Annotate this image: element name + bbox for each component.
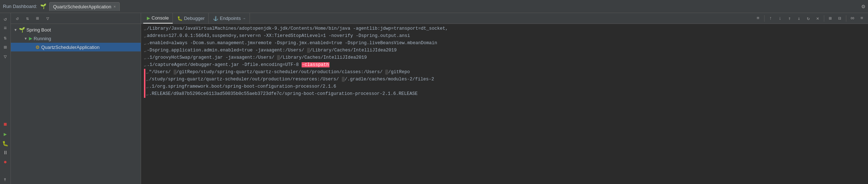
console-text: .1/captureAgent/debugger-agent.jar -Dfil… <box>147 62 865 68</box>
tree-item-running[interactable]: ▼ ▶ Running <box>11 34 141 43</box>
clear-icon[interactable]: ✕ <box>814 14 822 22</box>
console-line: ↵ .enabled=always -Dcom.sun.management.j… <box>144 40 865 47</box>
wrap-icon: ↵ <box>144 56 146 61</box>
console-text: .1/org.springframework.boot/spring-boot-… <box>149 83 865 90</box>
scroll-top-icon[interactable]: ⇑ <box>786 14 793 22</box>
tree-item-spring-boot[interactable]: ▼ 🌱 Spring Boot <box>11 25 141 34</box>
console-text: -Dspring.application.admin.enabled=true … <box>147 47 865 54</box>
separator3 <box>846 15 846 22</box>
tree-area: ▼ 🌱 Spring Boot ▼ ▶ Running ⚙ QuartzSche… <box>11 24 141 184</box>
console-line: ↵ /study/spring-quartz/quartz-scheduler/… <box>146 76 865 83</box>
running-label: Running <box>34 36 51 41</box>
endpoints-tab-label: Endpoints <box>220 16 241 21</box>
console-line: ↵ .1/org.springframework.boot/spring-boo… <box>146 83 865 91</box>
console-toolbar-right: ≡ ↑ ↓ ⇑ ⇓ ↻ ✕ ⊞ ⊟ ∞ ≡ <box>754 14 866 22</box>
debugger-tab-icon: 🐛 <box>177 16 183 21</box>
spring-boot-label: Spring Boot <box>26 27 51 33</box>
pause-icon[interactable]: ⏸ <box>1 149 10 157</box>
console-text: "/Users/ /gitRepo/study/spring-quartz/qu… <box>149 69 865 76</box>
tab-debugger[interactable]: 🐛 Debugger <box>174 13 209 24</box>
console-line: ↵ .1/groovyHotSwap/gragent.jar -javaagen… <box>144 54 865 62</box>
console-tab-label: Console <box>152 15 169 21</box>
console-line: ↵ /Library/Java/JavaVirtualMachines/adop… <box>144 25 865 33</box>
console-text: .enabled=always -Dcom.sun.management.jmx… <box>147 40 865 47</box>
spring-icon: 🌱 <box>19 27 25 33</box>
scroll-up-icon[interactable]: ↑ <box>767 14 775 22</box>
infinite-icon[interactable]: ∞ <box>848 14 856 22</box>
console-line: ↵ -Dspring.application.admin.enabled=tru… <box>144 47 865 54</box>
refresh-icon[interactable]: ↻ <box>804 14 812 22</box>
chevron-down-icon-running: ▼ <box>24 37 27 41</box>
run-icon: 🌱 <box>40 3 46 9</box>
console-text: address=127.0.0.1:56643,suspend=y,server… <box>147 33 865 39</box>
expand-icon[interactable]: ⇤ <box>1 175 10 184</box>
panel-area: ↺ ⇅ ⊞ ▽ ▼ 🌱 Spring Boot ▼ ▶ Running <box>11 13 868 184</box>
filter-icon[interactable]: ▽ <box>1 52 10 61</box>
wrap-icon: ↵ <box>144 49 146 54</box>
separator2 <box>824 15 824 22</box>
console-menu-icon[interactable]: ≡ <box>754 14 762 22</box>
run-indicator-icon: ▶ <box>29 36 32 41</box>
wrap-icon: ↵ <box>144 34 146 39</box>
tree-item-app[interactable]: ⚙ QuartzSchedulerApplication <box>11 43 141 51</box>
left-toolbar: ↺ ≡ ⇅ ⊞ ▽ ■ ▶ 🐛 ⏸ ● ⇤ <box>0 13 11 184</box>
main-layout: ↺ ≡ ⇅ ⊞ ▽ ■ ▶ 🐛 ⏸ ● ⇤ ↺ ⇅ ⊞ ▽ ▼ <box>0 13 868 184</box>
scroll-down-icon[interactable]: ↓ <box>776 14 784 22</box>
settings-list-icon[interactable]: ≡ <box>858 14 866 22</box>
stop-icon[interactable]: ■ <box>1 120 10 129</box>
scroll-bottom-icon[interactable]: ⇓ <box>795 14 803 22</box>
record-icon[interactable]: ● <box>1 158 10 167</box>
debug-icon[interactable]: 🐛 <box>1 139 10 148</box>
console-text: /study/spring-quartz/quartz-scheduler/ou… <box>149 76 865 83</box>
debugger-tab-label: Debugger <box>184 16 205 21</box>
wrap-icon: ↵ <box>146 92 148 97</box>
collapse-console-icon[interactable]: ⊟ <box>836 14 844 22</box>
console-panel: ▶ Console 🐛 Debugger ⚓ Endpoints → ≡ ↑ ↓ <box>141 13 868 184</box>
wrap-icon: ↵ <box>144 41 146 47</box>
left-panel-toolbar: ↺ ⇅ ⊞ ▽ <box>11 13 141 24</box>
endpoints-tab-icon: ⚓ <box>213 16 218 21</box>
console-line: ↵ address=127.0.0.1:56643,suspend=y,serv… <box>144 33 865 40</box>
grid-icon[interactable]: ⊞ <box>1 43 10 51</box>
expand-console-icon[interactable]: ⊞ <box>826 14 834 22</box>
tab-endpoints[interactable]: ⚓ Endpoints → <box>209 13 250 24</box>
panel-sort-icon[interactable]: ⇅ <box>23 14 32 23</box>
restart-icon[interactable]: ↺ <box>1 14 10 23</box>
console-line: ↵ .1/captureAgent/debugger-agent.jar -Df… <box>144 62 865 69</box>
list-icon[interactable]: ≡ <box>1 24 10 33</box>
redline-section: ↵ "/Users/ /gitRepo/study/spring-quartz/… <box>144 69 865 98</box>
tab-console[interactable]: ▶ Console <box>143 13 173 24</box>
sort-icon[interactable]: ⇅ <box>1 33 10 42</box>
wrap-icon: ↵ <box>146 78 148 83</box>
wrap-icon: ↵ <box>144 27 146 32</box>
title-bar: Run Dashboard: 🌱 QuartzSchedulerApplicat… <box>0 0 868 13</box>
wrap-icon: ↵ <box>146 70 148 76</box>
console-line: ↵ .RELEASE/d9a87b5296ce6113ad50035b0c55a… <box>146 91 865 98</box>
tab-close-icon[interactable]: × <box>114 4 116 9</box>
console-toolbar: ▶ Console 🐛 Debugger ⚓ Endpoints → ≡ ↑ ↓ <box>141 13 868 24</box>
panel-filter-icon[interactable]: ▽ <box>43 14 52 23</box>
panel-restart-icon[interactable]: ↺ <box>13 14 22 23</box>
console-line: ↵ "/Users/ /gitRepo/study/spring-quartz/… <box>146 69 865 76</box>
app-tab[interactable]: QuartzSchedulerApplication × <box>49 2 120 11</box>
separator1 <box>764 15 765 22</box>
run-dashboard-label: Run Dashboard: <box>3 4 37 9</box>
console-text: .RELEASE/d9a87b5296ce6113ad50035b0c55aeb… <box>149 91 865 97</box>
chevron-down-icon: ▼ <box>14 28 17 32</box>
left-panel: ↺ ⇅ ⊞ ▽ ▼ 🌱 Spring Boot ▼ ▶ Running <box>11 13 141 184</box>
console-text: /Library/Java/JavaVirtualMachines/adopto… <box>147 25 865 32</box>
console-tab-icon: ▶ <box>147 16 150 21</box>
console-text: .1/groovyHotSwap/gragent.jar -javaagent:… <box>147 54 865 61</box>
app-name-label: QuartzSchedulerApplication <box>41 45 99 50</box>
wrap-icon: ↵ <box>144 63 146 68</box>
console-output: ↵ /Library/Java/JavaVirtualMachines/adop… <box>141 24 868 184</box>
redline-indicator <box>144 69 145 98</box>
settings-gear-icon[interactable]: ⚙ <box>861 3 865 10</box>
run-action-icon[interactable]: ▶ <box>1 130 10 138</box>
app-tab-label: QuartzSchedulerApplication <box>53 4 111 9</box>
app-icon: ⚙ <box>35 45 40 50</box>
panel-grid-icon[interactable]: ⊞ <box>33 14 42 23</box>
wrap-icon: ↵ <box>146 85 148 90</box>
endpoints-arrow-icon: → <box>242 16 246 20</box>
